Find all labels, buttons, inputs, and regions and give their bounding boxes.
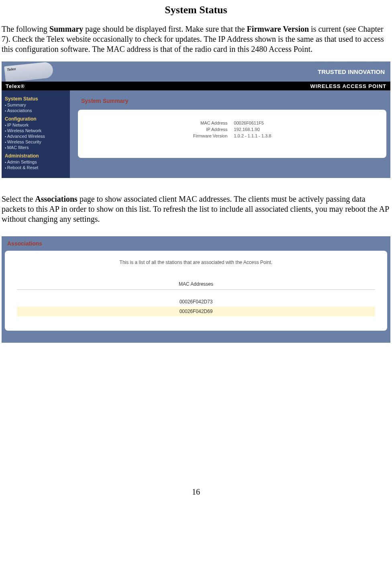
panel-title-system-summary: System Summary <box>81 98 386 104</box>
panel-title-associations: Associations <box>7 240 387 247</box>
nav-item-wireless-security[interactable]: Wireless Security <box>5 139 67 144</box>
bold-firmware-version: Firmware Version <box>247 25 309 33</box>
text: Select the <box>2 194 35 203</box>
summary-panel: MAC Address 00026F0611F5 IP Address 192.… <box>78 110 386 158</box>
banner: Telex TRUSTED INNOVATION <box>2 61 390 82</box>
intro-paragraph-1: The following Summary page should be dis… <box>2 24 390 54</box>
mac-row-2: 00026F042D69 <box>17 307 375 316</box>
nav-item-wireless-network[interactable]: Wireless Network <box>5 128 67 133</box>
associations-panel: This is a list of all the stations that … <box>5 251 387 331</box>
nav-item-summary[interactable]: Summary <box>5 102 67 107</box>
antenna-image: Telex <box>4 61 54 82</box>
nav-item-admin-settings[interactable]: Admin Settings <box>5 160 67 164</box>
nav-item-mac-filters[interactable]: MAC filters <box>5 145 67 150</box>
main-content: System Summary MAC Address 00026F0611F5 … <box>70 90 390 178</box>
ip-address-value: 192.168.1.90 <box>234 127 271 132</box>
firmware-version-value: 1.0.2 - 1.1.1 - 1.3.8 <box>234 133 271 139</box>
screenshot-associations: Associations This is a list of all the s… <box>2 236 390 343</box>
nav-item-advanced-wireless[interactable]: Advanced Wireless <box>5 134 67 139</box>
nav-item-reboot-reset[interactable]: Reboot & Reset <box>5 165 67 170</box>
bold-summary: Summary <box>49 25 83 33</box>
mac-addresses-header: MAC Addresses <box>17 281 375 287</box>
screenshot-system-summary: Telex TRUSTED INNOVATION Telex® WIRELESS… <box>2 61 390 178</box>
summary-table: MAC Address 00026F0611F5 IP Address 192.… <box>192 119 272 139</box>
text: The following <box>2 25 49 33</box>
page-title: System Status <box>2 4 390 16</box>
nav-item-ip-network[interactable]: IP Network <box>5 123 67 127</box>
mac-address-label: MAC Address <box>193 120 233 126</box>
firmware-version-label: Firmware Version <box>193 133 233 139</box>
brand-left: Telex® <box>6 83 25 89</box>
banner-tagline: TRUSTED INNOVATION <box>318 68 385 75</box>
divider <box>17 289 375 290</box>
ip-address-label: IP Address <box>193 127 233 132</box>
brand-right: WIRELESS ACCESS POINT <box>310 83 386 89</box>
associations-description: This is a list of all the stations that … <box>17 260 375 265</box>
intro-paragraph-2: Select the Associations page to show ass… <box>2 194 390 224</box>
mac-row-1: 00026F042D73 <box>17 297 375 307</box>
nav-section-system-status: System Status <box>5 96 67 102</box>
nav-section-configuration: Configuration <box>5 116 67 122</box>
text: page should be displayed first. Make sur… <box>83 25 247 33</box>
nav-item-associations[interactable]: Associations <box>5 108 67 113</box>
antenna-label: Telex <box>7 67 16 72</box>
nav-section-administration: Administration <box>5 153 67 159</box>
mac-address-value: 00026F0611F5 <box>234 120 271 126</box>
sidebar-nav: System Status Summary Associations Confi… <box>2 90 70 178</box>
brand-bar: Telex® WIRELESS ACCESS POINT <box>2 82 390 90</box>
bold-associations: Associations <box>35 194 78 203</box>
page-number: 16 <box>2 487 390 497</box>
